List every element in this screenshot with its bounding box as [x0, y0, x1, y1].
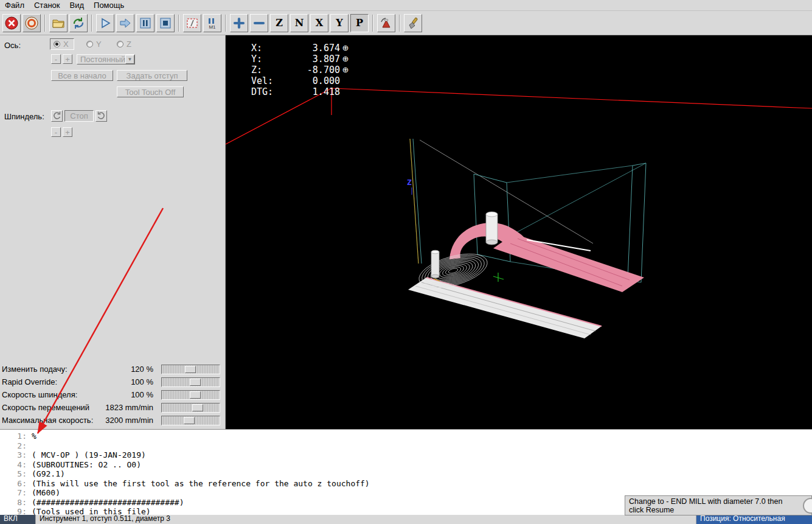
menu-file[interactable]: Файл [0, 0, 29, 10]
view-z-rotated-button[interactable]: N [290, 14, 308, 32]
view-z-icon: Z [276, 18, 283, 28]
menu-view[interactable]: Вид [65, 0, 89, 10]
view-p-button[interactable]: P [350, 14, 369, 32]
feed-override-slider[interactable] [161, 365, 220, 374]
override-value: 100 % [131, 390, 153, 399]
axis-radio-y[interactable]: Y [86, 40, 102, 49]
skip-lines-button[interactable] [183, 14, 201, 32]
dro-vel: Vel: 0.000 [251, 75, 351, 86]
axis-radio-x[interactable]: X [50, 38, 74, 50]
spindle-stop-button[interactable]: Стоп [64, 110, 94, 122]
radio-z-icon [117, 41, 123, 47]
preview-3d[interactable]: Z X: 3.674 ⊕ Y: 3.807 ⊕ Z: -8.700 ⊕ Vel [226, 35, 812, 429]
override-label: Изменить подачу: [2, 365, 68, 374]
manual-control-panel: Ось: X Y Z - + Постоянный ▼ Все в начало… [0, 35, 226, 429]
slider-handle[interactable] [184, 417, 195, 424]
view-z-button[interactable]: Z [270, 14, 288, 32]
rotate-view-button[interactable] [377, 14, 395, 32]
toolbar-separator [44, 15, 46, 32]
dro-x: X: 3.674 ⊕ [251, 43, 351, 54]
machine-power-icon [25, 16, 38, 30]
slider-handle[interactable] [185, 366, 196, 373]
gcode-line[interactable]: 1:% [0, 431, 812, 441]
override-sliders: Изменить подачу: 120 % Rapid Override: 1… [0, 363, 221, 427]
view-y-icon: Y [336, 18, 342, 28]
gcode-line[interactable]: 6:(This will use the first tool as the r… [0, 479, 812, 489]
open-file-button[interactable] [49, 14, 68, 32]
clear-plot-icon [406, 16, 420, 30]
position-mode-status: Позиция: Относительная [696, 515, 812, 524]
stop-button[interactable] [156, 14, 175, 32]
rapid-override-slider[interactable] [161, 377, 220, 387]
spindle-cw-button[interactable] [95, 110, 107, 122]
step-button[interactable] [116, 14, 134, 32]
rotate-view-icon [380, 16, 393, 30]
gcode-line[interactable]: 5:(G92.1) [0, 469, 812, 479]
zoom-in-icon [232, 16, 246, 30]
radio-y-icon [86, 41, 93, 47]
slider-handle[interactable] [192, 404, 203, 411]
touch-off-button[interactable]: Задать отступ [117, 70, 187, 81]
stop-icon [159, 16, 172, 30]
jog-plus-button[interactable]: + [63, 54, 72, 64]
pause-icon [139, 16, 152, 30]
spindle-ccw-icon [52, 111, 61, 121]
status-bar: ВКЛ Инструмент 1, отступ 0.511, диаметр … [0, 515, 812, 524]
secondary-cylinder [431, 250, 439, 278]
homed-icon: ⊕ [340, 65, 351, 75]
axis-radio-z[interactable]: Z [117, 40, 131, 49]
gcode-line[interactable]: 2: [0, 441, 812, 451]
zoom-in-button[interactable] [230, 14, 248, 32]
max-velocity-row: Максимальная скорость: 3200 mm/min [0, 414, 221, 427]
radio-x-icon [54, 41, 60, 47]
spindle-ccw-button[interactable] [51, 110, 63, 122]
optional-pause-icon: M1 [206, 16, 219, 30]
reload-file-button[interactable] [69, 14, 88, 32]
jog-speed-row: Скорость перемещений 1823 mm/min [0, 401, 221, 414]
slider-handle[interactable] [190, 379, 201, 386]
dro-z: Z: -8.700 ⊕ [251, 65, 351, 75]
override-label: Максимальная скорость: [2, 416, 93, 425]
override-value: 120 % [131, 365, 153, 374]
view-x-icon: X [316, 18, 323, 28]
estop-button[interactable] [2, 14, 21, 32]
toolbar-separator [225, 15, 226, 32]
resume-indicator-button[interactable] [803, 498, 812, 514]
clear-plot-button[interactable] [404, 14, 422, 32]
tool-change-message: Change to - END MILL with diameter 7.0 t… [629, 497, 782, 514]
menu-help[interactable]: Помощь [89, 0, 129, 10]
gcode-line[interactable]: 3:( MCV-OP ) (19-JAN-2019) [0, 450, 812, 460]
z-axis-marker: Z [407, 178, 412, 195]
machine-power-button[interactable] [23, 14, 41, 32]
jog-minus-button[interactable]: - [51, 54, 61, 64]
home-all-button[interactable]: Все в начало [51, 70, 113, 81]
chevron-down-icon: ▼ [125, 55, 134, 64]
max-velocity-slider[interactable] [161, 416, 220, 425]
pause-button[interactable] [136, 14, 154, 32]
run-icon [99, 16, 112, 30]
zoom-out-icon [252, 16, 266, 30]
run-button[interactable] [96, 14, 114, 32]
homed-icon: ⊕ [340, 43, 351, 54]
menu-machine[interactable]: Станок [29, 0, 65, 10]
slider-handle[interactable] [190, 391, 201, 399]
view-x-button[interactable]: X [310, 14, 328, 32]
feed-override-row: Изменить подачу: 120 % [0, 363, 221, 376]
svg-text:Z: Z [407, 178, 412, 187]
menubar: Файл Станок Вид Помощь [0, 0, 812, 11]
tool-touch-off-button[interactable]: Tool Touch Off [117, 86, 184, 97]
spindle-plus-button[interactable]: + [63, 127, 72, 137]
spindle-minus-button[interactable]: - [51, 127, 61, 137]
zoom-out-button[interactable] [250, 14, 268, 32]
optional-pause-button[interactable]: M1 [203, 14, 221, 32]
gcode-line[interactable]: 4:(SUBROUTINES: O2 .. O0) [0, 460, 812, 470]
jog-increment-combo[interactable]: Постоянный ▼ [77, 54, 135, 65]
spindle-override-slider[interactable] [161, 390, 220, 400]
jog-speed-slider[interactable] [161, 403, 220, 413]
svg-text:M1: M1 [209, 24, 216, 30]
dro-dtg: DTG: 1.418 [251, 86, 351, 97]
view-y-button[interactable]: Y [330, 14, 349, 32]
reload-icon [72, 16, 85, 30]
tool-change-popup: Change to - END MILL with diameter 7.0 t… [625, 495, 812, 515]
axis-label: Ось: [4, 41, 21, 50]
